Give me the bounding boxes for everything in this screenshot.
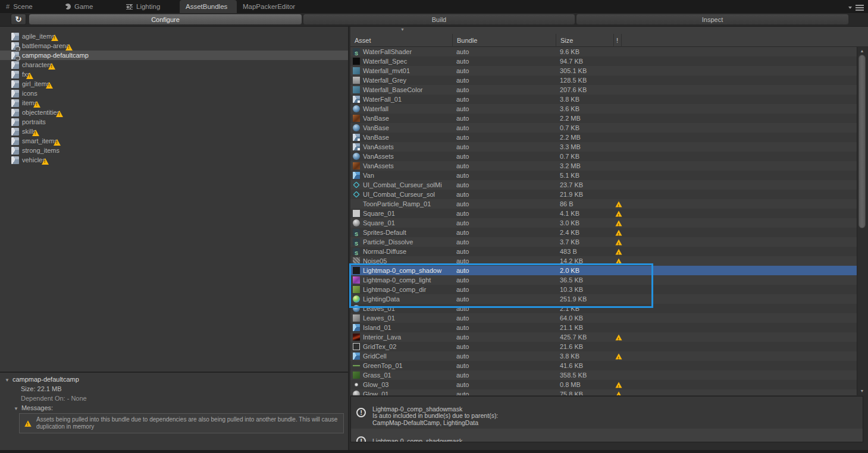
bundle-list-item[interactable]: girl_items xyxy=(0,79,348,89)
asset-table-row[interactable]: Grass_01 auto 358.5 KB xyxy=(350,370,857,380)
bundle-list-item[interactable]: smart_items xyxy=(0,136,348,146)
asset-size: 2.2 MB xyxy=(556,114,613,123)
column-header-size[interactable]: Size xyxy=(556,34,613,47)
details-messages-row[interactable]: ▼Messages: xyxy=(14,403,53,413)
refresh-button[interactable]: ↻ xyxy=(11,14,26,25)
warning-icon xyxy=(26,73,33,79)
bundle-list-item[interactable]: portraits xyxy=(0,117,348,127)
asset-table-row[interactable]: UI_Combat_Curseur_sol auto 21.9 KB xyxy=(350,190,857,199)
asset-table-row[interactable]: GridTex_02 auto 21.6 KB xyxy=(350,342,857,351)
asset-name: Waterfall_BaseColor xyxy=(363,85,422,95)
asset-table-row[interactable]: VanAssets auto 0.7 KB xyxy=(350,152,857,161)
asset-size: 64.0 KB xyxy=(556,313,613,323)
asset-table-row[interactable]: Particle_Dissolve auto 3.7 KB xyxy=(350,237,857,247)
tab-assetbundles[interactable]: AssetBundles xyxy=(180,0,237,13)
asset-size: 3.0 KB xyxy=(556,218,613,228)
asset-table-row[interactable]: Waterfall auto 3.6 KB xyxy=(350,104,857,114)
asset-table-row[interactable]: Waterfall_Grey auto 128.5 KB xyxy=(350,76,857,85)
asset-table-row[interactable]: UI_Combat_Curseur_solMi auto 23.7 KB xyxy=(350,180,857,190)
asset-type-icon xyxy=(353,181,360,188)
bundle-list-item[interactable]: characters xyxy=(0,60,348,70)
column-header-asset[interactable]: Asset xyxy=(350,34,452,47)
asset-table-row[interactable]: VanBase auto 2.2 MB xyxy=(350,114,857,123)
asset-table-row[interactable]: VanBase auto 2.2 MB xyxy=(350,133,857,142)
bundle-list-item[interactable]: icons xyxy=(0,89,348,98)
asset-table-row[interactable]: VanBase auto 0.7 KB xyxy=(350,123,857,133)
column-header-warning[interactable]: ! xyxy=(613,34,622,47)
asset-table-row[interactable]: LightingData auto 251.9 KB xyxy=(350,294,857,304)
asset-table-row[interactable]: Lightmap-0_comp_light auto 36.5 KB xyxy=(350,275,857,285)
asset-type-icon xyxy=(353,343,360,350)
scroll-down-icon[interactable]: ▼ xyxy=(857,387,867,395)
asset-size: 0.7 KB xyxy=(556,152,613,161)
foldout-arrow-icon[interactable]: ▼ xyxy=(14,406,18,411)
asset-name: VanAssets xyxy=(363,142,394,152)
asset-table-row[interactable]: Interior_Lava auto 425.7 KB xyxy=(350,332,857,342)
asset-size: 2.0 KB xyxy=(556,266,613,275)
asset-table-row[interactable]: Glow_03 auto 0.8 MB xyxy=(350,380,857,389)
warning-icon xyxy=(615,258,622,264)
tab-inspect[interactable]: Inspect xyxy=(576,14,849,25)
bundle-list-item[interactable]: skills xyxy=(0,127,348,136)
details-title-row[interactable]: ▼campmap-defaultcamp xyxy=(5,375,79,384)
asset-name: Lightmap-0_comp_dir xyxy=(363,285,426,294)
asset-table-row[interactable]: Lightmap-0_comp_shadow auto 2.0 KB xyxy=(350,266,857,275)
asset-table-row[interactable]: GridCell auto 3.8 KB xyxy=(350,351,857,361)
asset-table-row[interactable]: VanAssets auto 3.2 MB xyxy=(350,161,857,171)
tab-label: MapPackerEditor xyxy=(237,3,295,10)
bundle-cube-icon xyxy=(11,52,19,59)
bundle-list-item[interactable]: campmap-defaultcamp xyxy=(0,51,348,60)
asset-table-row[interactable]: Van auto 5.1 KB xyxy=(350,171,857,180)
column-header-bundle[interactable]: Bundle xyxy=(452,34,556,47)
bundle-list-item[interactable]: agile_items xyxy=(0,32,348,41)
tab-scene[interactable]: # Scene xyxy=(0,0,58,13)
asset-table-row[interactable]: Waterfall_Spec auto 94.7 KB xyxy=(350,56,857,66)
asset-bundle: auto xyxy=(452,123,556,133)
bundle-details-panel: ▼campmap-defaultcamp Size: 22.1 MB Depen… xyxy=(0,372,348,453)
scrollbar-thumb[interactable] xyxy=(858,55,866,228)
bundle-list-item[interactable]: vehicles xyxy=(0,155,348,165)
message-panel: Lightmap-0_comp_shadowmask Is auto inclu… xyxy=(350,396,863,442)
asset-bundle: auto xyxy=(452,332,556,342)
bundle-list-item[interactable]: items xyxy=(0,98,348,108)
asset-table-row[interactable]: ToonParticle_Ramp_01 auto 86 B xyxy=(350,199,857,209)
asset-table-row[interactable]: VanAssets auto 3.3 MB xyxy=(350,142,857,152)
asset-bundle: auto xyxy=(452,209,556,218)
asset-table-row[interactable]: GreenTop_01 auto 41.6 KB xyxy=(350,361,857,370)
bundle-list-item[interactable]: objectentities xyxy=(0,108,348,117)
asset-table-row[interactable]: Waterfall_mvt01 auto 305.1 KB xyxy=(350,66,857,76)
asset-table-row[interactable]: Island_01 auto 21.1 KB xyxy=(350,323,857,332)
asset-type-icon xyxy=(353,248,360,255)
asset-type-icon xyxy=(353,334,360,341)
bundle-name: smart_items xyxy=(22,137,58,144)
asset-table-row[interactable]: Square_01 auto 4.1 KB xyxy=(350,209,857,218)
scroll-up-icon[interactable]: ▲ xyxy=(857,47,867,55)
foldout-arrow-icon[interactable]: ▼ xyxy=(5,378,10,383)
asset-table-row[interactable]: Sprites-Default auto 2.4 KB xyxy=(350,228,857,237)
asset-table-row[interactable]: WaterFall_01 auto 3.8 KB xyxy=(350,95,857,104)
message-item[interactable]: Lightmap-0_comp_shadowmask Path: Assets/… xyxy=(351,429,863,442)
asset-table-row[interactable]: Square_01 auto 3.0 KB xyxy=(350,218,857,228)
asset-bundle: auto xyxy=(452,199,556,209)
bundle-list-item[interactable]: battlemap-arena xyxy=(0,41,348,51)
vertical-scrollbar[interactable]: ▲ ▼ xyxy=(857,47,867,395)
bundle-list-item[interactable]: strong_items xyxy=(0,146,348,155)
tab-build[interactable]: Build xyxy=(303,14,575,25)
asset-table-row[interactable]: Leaves_01 auto 2.1 KB xyxy=(350,304,857,313)
window-menu-icon[interactable] xyxy=(848,5,864,11)
tab-mappackereditor[interactable]: MapPackerEditor xyxy=(237,0,296,13)
asset-table-row[interactable]: Glow_01 auto 75.8 KB xyxy=(350,389,857,395)
tab-lighting[interactable]: Lighting xyxy=(119,0,180,13)
asset-table-row[interactable]: Normal-Diffuse auto 483 B xyxy=(350,247,857,256)
asset-table-row[interactable]: Waterfall_BaseColor auto 207.6 KB xyxy=(350,85,857,95)
asset-table-row[interactable]: Lightmap-0_comp_dir auto 10.3 KB xyxy=(350,285,857,294)
asset-table-row[interactable]: Noise05 auto 14.2 KB xyxy=(350,256,857,266)
tab-configure[interactable]: Configure xyxy=(29,14,302,25)
bundle-list-item[interactable]: fxs xyxy=(0,70,348,79)
asset-table-row[interactable]: Leaves_01 auto 64.0 KB xyxy=(350,313,857,323)
asset-table-row[interactable]: WaterFallShader auto 9.6 KB xyxy=(350,47,857,56)
message-item[interactable]: Lightmap-0_comp_shadowmask Is auto inclu… xyxy=(351,397,863,429)
asset-size: 21.1 KB xyxy=(556,323,613,332)
tab-game[interactable]: Game xyxy=(58,0,119,13)
asset-bundle: auto xyxy=(452,247,556,256)
